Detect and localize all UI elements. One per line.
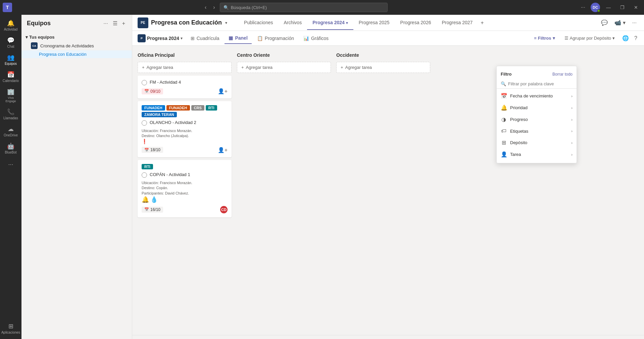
filter-item-etiquetas-label: Etiquetas — [510, 129, 528, 134]
assign-button-fm[interactable]: 👤+ — [218, 88, 228, 94]
user-filter-icon: 👤 — [501, 151, 507, 158]
tab-progresa2027[interactable]: Progresa 2027 — [436, 16, 478, 30]
nav-team-cronograma[interactable]: CA Cronograma de Actividades — [21, 41, 132, 50]
titlebar: T ‹ › 🔍 Búsqueda (Ctrl+E) ··· DC — ❐ ✕ — [0, 0, 644, 15]
filter-button[interactable]: ≡ Filtros ▾ — [531, 34, 558, 43]
clear-all-button[interactable]: Borrar todo — [552, 72, 573, 77]
header-right: 💬 📹 ▾ ··· — [599, 17, 639, 28]
sidebar-label-chat: Chat — [7, 45, 14, 48]
chat-right-button[interactable]: 💬 — [599, 17, 610, 28]
filter-icon: ≡ — [534, 36, 537, 41]
sidebar-item-calendario[interactable]: 📅 Calendario — [2, 69, 19, 85]
sidebar-label-actividad: Actividad — [4, 28, 18, 31]
main-content: PE Progresa con Educación ▾ Publicacione… — [132, 15, 644, 339]
video-right-button[interactable]: 📹 ▾ — [612, 17, 627, 28]
bell-filter-icon: 🔔 — [501, 104, 507, 111]
tab-progresa2025[interactable]: Progresa 2025 — [353, 16, 395, 30]
add-task-label: Agregar tarea — [147, 65, 174, 70]
tab-add-button[interactable]: + — [478, 17, 486, 29]
sub-tab-programacion[interactable]: 📋 Programación — [253, 33, 298, 44]
sidebar-item-llamadas[interactable]: 📞 Llamadas — [2, 106, 19, 122]
group-by-button[interactable]: ☰ Agrupar por Depósito ▾ — [561, 34, 618, 43]
task-footer-copan: 📅 16/10 CD — [142, 206, 228, 213]
task-checkbox-copan[interactable] — [142, 172, 147, 178]
task-date-value-olancho: 18/10 — [150, 147, 160, 152]
header-more-button[interactable]: ··· — [630, 18, 639, 28]
task-checkbox-row-copan: COPÁN - Actividad 1 — [142, 172, 228, 178]
channel-dropdown-button[interactable]: ▾ — [225, 20, 228, 26]
sub-tab-panel[interactable]: ▦ Panel — [225, 33, 251, 44]
panel-icon: ▦ — [229, 35, 233, 41]
tab-progresa2026[interactable]: Progresa 2026 — [395, 16, 437, 30]
filter-item-prioridad[interactable]: 🔔 Prioridad › — [497, 102, 577, 114]
chevron-right-progreso-icon: › — [571, 118, 573, 122]
user-avatar[interactable]: DC — [591, 3, 600, 12]
task-card-olancho[interactable]: FUNADEH FUNADEH CRS RTI ZAMORA TERAN OLA… — [138, 101, 232, 157]
assign-icon-fm: 👤+ — [218, 88, 228, 94]
filter-label: Filtros — [538, 36, 551, 41]
search-bar[interactable]: 🔍 Búsqueda (Ctrl+E) — [220, 3, 388, 12]
sidebar-item-more[interactable]: ··· — [2, 159, 19, 170]
tab-publicaciones[interactable]: Publicaciones — [239, 16, 278, 30]
filter-item-progreso[interactable]: ◑ Progreso › — [497, 114, 577, 125]
board-title: Progresa 2024 — [147, 36, 179, 41]
nav-section-header[interactable]: ▾ Tus equipos — [21, 33, 132, 41]
sidebar-item-equipos[interactable]: 👥 Equipos — [2, 52, 19, 68]
bot-icon: 🤖 — [7, 142, 14, 150]
sidebar-item-actividad[interactable]: 🔔 Actividad — [2, 17, 19, 33]
add-task-occidente-button[interactable]: + Agregar tarea — [336, 62, 430, 73]
tab-archivos[interactable]: Archivos — [278, 16, 307, 30]
team-nav-add-button[interactable]: + — [121, 19, 127, 28]
nav-back-button[interactable]: ‹ — [203, 3, 208, 12]
filter-item-etiquetas[interactable]: 🏷 Etiquetas › — [497, 125, 577, 137]
phone-icon: 📞 — [7, 108, 14, 116]
sub-tab-cuadricula[interactable]: ⊞ Cuadrícula — [187, 33, 224, 44]
apps-icon: ⊞ — [8, 323, 13, 330]
task-checkbox-olancho[interactable] — [142, 120, 147, 126]
task-meta-olancho: Ubicación: Francisco Morazán.Destino: Ol… — [142, 128, 228, 139]
globe-button[interactable]: 🌐 — [621, 34, 630, 43]
sidebar-item-onedrive[interactable]: ☁ OneDrive — [2, 123, 19, 139]
sidebar-item-bluebot[interactable]: 🤖 BlueBot — [2, 140, 19, 156]
filter-item-progreso-left: ◑ Progreso — [501, 116, 528, 123]
nav-sub-progresa[interactable]: Progresa con Educación — [21, 50, 132, 58]
task-footer-olancho: 📅 18/10 👤+ — [142, 147, 228, 153]
sub-tab-graficos-label: Gráficos — [311, 36, 329, 41]
titlebar-more-button[interactable]: ··· — [578, 3, 588, 12]
filter-item-tarea[interactable]: 👤 Tarea › — [497, 149, 577, 160]
sidebar-item-chat[interactable]: 💬 Chat — [2, 35, 19, 50]
column-header-occidente: Occidente — [336, 51, 430, 59]
restore-button[interactable]: ❐ — [617, 3, 628, 11]
nav-team-label: Cronograma de Actividades — [40, 43, 94, 48]
sidebar-item-apps[interactable]: ⊞ Aplicaciones — [2, 321, 19, 336]
board-title-area: P Progresa 2024 ▾ — [138, 34, 183, 42]
team-nav-more-button[interactable]: ··· — [102, 19, 109, 28]
add-task-oficina-button[interactable]: + Agregar tarea — [138, 62, 232, 73]
search-placeholder: Búsqueda (Ctrl+E) — [231, 5, 267, 10]
sidebar-item-viva[interactable]: 🏢 Viva Engage — [2, 86, 19, 105]
filter-item-deposito[interactable]: ⊞ Depósito › — [497, 137, 577, 149]
tab-progresa2024[interactable]: Progresa 2024 ▾ — [307, 16, 353, 30]
task-checkbox[interactable] — [142, 80, 147, 85]
task-card-fm-actividad4[interactable]: FM - Actividad 4 📅 09/10 👤+ — [138, 76, 232, 98]
filter-keyword-input[interactable] — [508, 81, 573, 86]
nav-forward-button[interactable]: › — [211, 3, 217, 12]
filter-dropdown: Filtro Borrar todo 🔍 📅 Fecha de vencimie… — [496, 66, 577, 163]
tag-rti: RTI — [206, 105, 217, 111]
task-meta-copan: Ubicación: Francisco Morazán.Destino: Co… — [142, 180, 228, 196]
filter-item-fecha[interactable]: 📅 Fecha de vencimiento › — [497, 90, 577, 102]
close-button[interactable]: ✕ — [631, 3, 641, 11]
help-button[interactable]: ? — [633, 34, 639, 43]
nav-tree: ▾ Tus equipos CA Cronograma de Actividad… — [21, 32, 132, 61]
chevron-right-etiquetas-icon: › — [571, 129, 573, 133]
assign-button-olancho[interactable]: 👤+ — [218, 147, 228, 153]
task-date-value-copan: 16/10 — [150, 207, 160, 212]
task-card-copan[interactable]: RTI COPÁN - Actividad 1 Ubicación: Franc… — [138, 160, 232, 217]
board-dropdown-button[interactable]: ▾ — [181, 36, 183, 41]
team-nav-filter-button[interactable]: ☰ — [111, 19, 119, 28]
sub-tab-graficos[interactable]: 📊 Gráficos — [299, 33, 333, 44]
avatar-cd[interactable]: CD — [220, 206, 228, 213]
task-tags-copan: RTI — [142, 164, 228, 169]
add-task-centro-button[interactable]: + Agregar tarea — [237, 62, 331, 73]
minimize-button[interactable]: — — [603, 3, 614, 11]
